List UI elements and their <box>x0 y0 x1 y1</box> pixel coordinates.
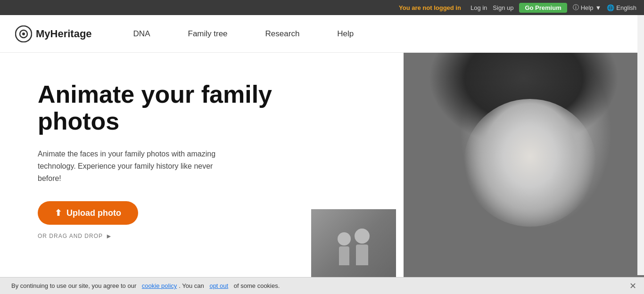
login-link[interactable]: Log in <box>471 4 487 11</box>
help-label: Help <box>581 4 594 11</box>
upload-photo-label: Upload photo <box>66 208 121 218</box>
help-icon: ⓘ <box>573 3 579 12</box>
scrollbar[interactable] <box>637 15 644 275</box>
cookie-bar: By continuing to use our site, you agree… <box>0 277 644 285</box>
thumb-people <box>338 229 370 265</box>
thumb-head-2 <box>355 229 370 244</box>
cookie-end-text: of some cookies. <box>234 282 280 285</box>
main-content: Animate your family photos Animate the f… <box>0 53 644 285</box>
photo-face-overlay <box>464 99 596 227</box>
thumb-head-1 <box>338 232 351 245</box>
nav-item-family-tree[interactable]: Family tree <box>169 15 247 53</box>
hero-left: Animate your family photos Animate the f… <box>0 53 311 285</box>
drag-drop-arrow-icon: ► <box>106 232 113 240</box>
top-bar: You are not logged in Log in Sign up Go … <box>0 0 644 15</box>
hero-right <box>311 53 644 285</box>
language-menu[interactable]: 🌐 English <box>607 4 636 11</box>
logo[interactable]: MyHeritage <box>15 25 92 42</box>
drag-drop-area[interactable]: OR DRAG AND DROP ► <box>38 232 283 240</box>
svg-point-2 <box>22 33 25 35</box>
hero-main-photo <box>404 53 644 285</box>
thumb-person-2 <box>355 229 370 265</box>
hero-title: Animate your family photos <box>38 81 283 135</box>
upload-photo-button[interactable]: ⬆ Upload photo <box>38 201 138 225</box>
language-label: English <box>616 4 636 11</box>
logo-text: MyHeritage <box>36 28 92 40</box>
nav-item-dna[interactable]: DNA <box>115 15 169 53</box>
drag-drop-label: OR DRAG AND DROP <box>38 233 103 239</box>
thumb-inner <box>311 209 396 285</box>
help-menu[interactable]: ⓘ Help ▼ <box>573 3 602 12</box>
nav-item-research[interactable]: Research <box>247 15 319 53</box>
logo-icon <box>15 25 32 42</box>
navbar: MyHeritage DNA Family tree Research Help <box>0 15 644 53</box>
thumb-body-2 <box>356 245 368 265</box>
cookie-policy-link[interactable]: cookie policy <box>142 282 177 285</box>
photo-face-bg <box>404 53 644 285</box>
go-premium-button[interactable]: Go Premium <box>519 3 567 13</box>
thumb-person-1 <box>338 232 351 265</box>
cookie-close-button[interactable]: ✕ <box>629 281 636 285</box>
globe-icon: 🌐 <box>607 4 614 11</box>
hero-description: Animate the faces in your family photos … <box>38 148 236 184</box>
nav-item-help[interactable]: Help <box>318 15 372 53</box>
thumb-body-1 <box>339 246 349 265</box>
not-logged-text: You are not logged in <box>399 4 461 11</box>
upload-icon: ⬆ <box>55 208 62 218</box>
hero-thumbnail-photo <box>311 209 396 285</box>
signup-link[interactable]: Sign up <box>493 4 513 11</box>
cookie-text: By continuing to use our site, you agree… <box>11 282 136 285</box>
help-chevron-icon: ▼ <box>595 4 601 11</box>
nav-links: DNA Family tree Research Help <box>115 15 629 53</box>
opt-out-link[interactable]: opt out <box>209 282 228 285</box>
cookie-middle-text: . You can <box>179 282 204 285</box>
